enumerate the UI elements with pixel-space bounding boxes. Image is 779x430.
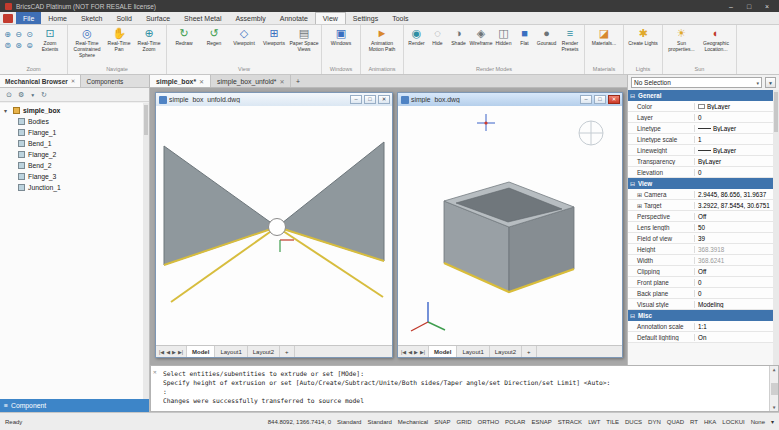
status-text-style[interactable]: Standard xyxy=(337,419,361,425)
expand-icon[interactable]: ⊞ xyxy=(637,202,642,209)
tab-annotate[interactable]: Annotate xyxy=(273,12,315,24)
property-value[interactable]: Off xyxy=(694,268,773,275)
section-general[interactable]: ⊟ General xyxy=(628,90,773,101)
toggle-ortho[interactable]: ORTHO xyxy=(478,419,500,425)
gouraud-button[interactable]: ● Gouraud xyxy=(535,26,558,47)
tab-sketch[interactable]: Sketch xyxy=(74,12,109,24)
next-sheet-icon[interactable]: ▶ xyxy=(172,349,176,355)
property-value[interactable]: Modeling xyxy=(694,301,773,308)
tree-item-flange-3[interactable]: Flange_3 xyxy=(4,171,143,182)
property-row-lineweight[interactable]: Lineweight ByLayer xyxy=(628,145,773,156)
zoom-dynamic-icon[interactable]: ⊛ xyxy=(13,40,24,51)
sheet-nav-arrows[interactable]: |◀ ◀ ▶ ▶| xyxy=(398,346,429,357)
toggle-polar[interactable]: POLAR xyxy=(505,419,525,425)
junction-hole[interactable] xyxy=(269,219,286,236)
viewpoint-button[interactable]: ◇ Viewpoint xyxy=(229,26,259,47)
window-maximize-button[interactable]: □ xyxy=(364,95,376,104)
zoom-scale-icon[interactable]: ⊜ xyxy=(24,40,35,51)
sheet-nav-arrows[interactable]: |◀ ◀ ▶ ▶| xyxy=(156,346,187,357)
property-row-default-lighting[interactable]: Default lighting On xyxy=(628,332,773,343)
scroll-down-icon[interactable]: ▼ xyxy=(773,405,776,410)
property-row-visual-style[interactable]: Visual style Modeling xyxy=(628,299,773,310)
tab-sheet-metal[interactable]: Sheet Metal xyxy=(177,12,228,24)
tree-item-junction-1[interactable]: Junction_1 xyxy=(4,182,143,193)
command-prompt-line[interactable]: : xyxy=(163,387,766,396)
property-row-front-plane[interactable]: Front plane 0 xyxy=(628,277,773,288)
scrollbar-thumb[interactable] xyxy=(774,92,778,132)
first-sheet-icon[interactable]: |◀ xyxy=(159,349,164,355)
tab-mechanical-browser[interactable]: Mechanical Browser ✕ xyxy=(0,75,81,87)
property-row-annotation-scale[interactable]: Annotation scale 1:1 xyxy=(628,321,773,332)
toggle-grid[interactable]: GRID xyxy=(457,419,472,425)
property-value[interactable]: 50 xyxy=(694,224,773,231)
tab-layout2[interactable]: Layout2 xyxy=(490,346,522,357)
property-value[interactable]: 0 xyxy=(694,114,773,121)
materials-button[interactable]: ◪ Materials... xyxy=(587,26,621,47)
prev-sheet-icon[interactable]: ◀ xyxy=(408,349,412,355)
component-section-header[interactable]: ≡ Component xyxy=(0,399,149,412)
viewports-button[interactable]: ⊞ Viewports xyxy=(259,26,289,47)
zoom-extents-button[interactable]: ⊡ Zoom Extents xyxy=(35,26,65,53)
status-annotation-none[interactable]: None xyxy=(751,419,765,425)
render-button[interactable]: ◉ Render xyxy=(406,26,427,47)
drawing-window-model[interactable]: simple_box.dwg – □ ✕ xyxy=(397,92,623,358)
collapse-icon[interactable]: ⊟ xyxy=(630,180,635,187)
last-sheet-icon[interactable]: ▶| xyxy=(178,349,183,355)
toggle-rt[interactable]: RT xyxy=(690,419,698,425)
property-value[interactable]: ByLayer xyxy=(694,125,773,132)
tab-tools[interactable]: Tools xyxy=(385,12,415,24)
shade-button[interactable]: ◑ Shade xyxy=(448,26,469,47)
property-row-elevation[interactable]: Elevation 0 xyxy=(628,167,773,178)
zoom-window-icon[interactable]: ⊙ xyxy=(24,29,35,40)
property-row-lens-length[interactable]: Lens length 50 xyxy=(628,222,773,233)
command-scrollbar[interactable]: ▲ ▼ xyxy=(769,366,778,411)
property-row-transparency[interactable]: Transparency ByLayer xyxy=(628,156,773,167)
window-close-button[interactable]: ✕ xyxy=(378,95,390,104)
sun-properties-button[interactable]: ☀ Sun properties... xyxy=(665,26,698,53)
scrollbar-thumb[interactable] xyxy=(771,383,778,395)
zoom-previous-icon[interactable]: ⊚ xyxy=(2,40,13,51)
application-menu-icon[interactable] xyxy=(3,14,13,23)
tab-layout1[interactable]: Layout1 xyxy=(215,346,247,357)
property-row-back-plane[interactable]: Back plane 0 xyxy=(628,288,773,299)
selection-combo[interactable]: No Selection ▾ xyxy=(631,77,762,88)
expand-icon[interactable]: ⊞ xyxy=(637,191,642,198)
toggle-tile[interactable]: TILE xyxy=(606,419,619,425)
close-panel-icon[interactable]: ✕ xyxy=(71,78,76,84)
regen-button[interactable]: ↺ Regen xyxy=(199,26,229,47)
property-row-layer[interactable]: Layer 0 xyxy=(628,112,773,123)
tree-item-flange-2[interactable]: Flange_2 xyxy=(4,149,143,160)
toggle-lwt[interactable]: LWT xyxy=(588,419,600,425)
create-lights-button[interactable]: ✱ Create Lights xyxy=(626,26,660,47)
scroll-up-icon[interactable]: ▲ xyxy=(773,367,776,372)
scrollbar-thumb[interactable] xyxy=(144,105,148,135)
property-row-field-of-view[interactable]: Field of view 39 xyxy=(628,233,773,244)
browser-scrollbar[interactable] xyxy=(143,103,149,399)
tab-layout2[interactable]: Layout2 xyxy=(248,346,280,357)
toggle-dyn[interactable]: DYN xyxy=(648,419,661,425)
drawing-canvas-model[interactable] xyxy=(398,106,622,345)
property-value[interactable]: Off xyxy=(694,213,773,220)
tab-view[interactable]: View xyxy=(315,12,346,24)
refresh-icon[interactable]: ↻ xyxy=(41,91,47,99)
tree-item-flange-1[interactable]: Flange_1 xyxy=(4,127,143,138)
toggle-quad[interactable]: QUAD xyxy=(667,419,684,425)
first-sheet-icon[interactable]: |◀ xyxy=(401,349,406,355)
tab-assembly[interactable]: Assembly xyxy=(228,12,272,24)
toggle-ducs[interactable]: DUCS xyxy=(625,419,642,425)
real-time-zoom-button[interactable]: ⊕ Real-Time Zoom xyxy=(134,26,164,53)
tree-item-bend-2[interactable]: Bend_2 xyxy=(4,160,143,171)
render-presets-button[interactable]: ≡ Render Presets xyxy=(558,26,582,53)
maximize-button[interactable]: □ xyxy=(742,3,756,10)
property-value[interactable]: ByLayer xyxy=(694,103,773,110)
new-layout-button[interactable]: + xyxy=(522,346,537,357)
doc-tab-simple-box[interactable]: simple_box* ✕ xyxy=(150,75,211,87)
hide-button[interactable]: ◌ Hide xyxy=(427,26,448,47)
tab-settings[interactable]: Settings xyxy=(346,12,385,24)
property-value[interactable]: ByLayer xyxy=(694,158,773,165)
close-doc-icon[interactable]: ✕ xyxy=(199,78,204,85)
property-row-clipping[interactable]: Clipping Off xyxy=(628,266,773,277)
tab-model[interactable]: Model xyxy=(187,346,215,357)
tab-solid[interactable]: Solid xyxy=(109,12,139,24)
property-value[interactable]: 0 xyxy=(694,169,773,176)
